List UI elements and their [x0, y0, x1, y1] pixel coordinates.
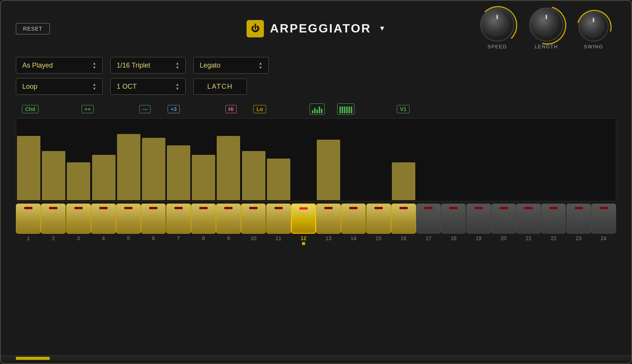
step-btn-6[interactable]	[141, 204, 166, 234]
current-step-dot	[302, 242, 305, 245]
controls-area: As Played ▲▼ 1/16 Triplet ▲▼ Legato ▲▼ L…	[1, 53, 631, 99]
tag-cell-chd: Chd	[16, 102, 45, 116]
vel-bar-cell-22[interactable]	[541, 118, 566, 201]
step-btn-8[interactable]	[191, 204, 216, 234]
power-icon: ⏻	[251, 24, 259, 34]
power-button[interactable]: ⏻	[247, 20, 264, 37]
vel-bar-cell-10[interactable]	[241, 118, 266, 201]
reset-button[interactable]: RESET	[16, 23, 50, 34]
vel-bar-cell-4[interactable]	[91, 118, 116, 201]
step-num-cell-5: 5	[116, 235, 141, 245]
vel-bar-cell-9[interactable]	[216, 118, 241, 201]
vel-bar-cell-16[interactable]	[391, 118, 416, 201]
step-btn-2[interactable]	[41, 204, 66, 234]
step-num-21: 21	[526, 235, 532, 241]
bottom-thumb[interactable]	[16, 357, 50, 360]
step-btn-17[interactable]	[416, 204, 441, 234]
step-cell-10	[241, 204, 266, 234]
vel-bar-cell-24[interactable]	[591, 118, 616, 201]
step-num-5: 5	[127, 235, 130, 241]
articulation-selector[interactable]: Legato ▲▼	[193, 57, 269, 74]
step-btn-5[interactable]	[116, 204, 141, 234]
step-btn-12[interactable]	[291, 204, 316, 234]
step-btn-13[interactable]	[316, 204, 341, 234]
step-btn-22[interactable]	[541, 204, 566, 234]
velocity-area	[16, 118, 616, 201]
step-btn-23[interactable]	[566, 204, 591, 234]
tag-cell-empty-6	[188, 102, 217, 116]
knob-speed[interactable]	[480, 8, 514, 42]
vel-bar-cell-20[interactable]	[491, 118, 516, 201]
step-num-19: 19	[476, 235, 482, 241]
step-btn-1[interactable]	[16, 204, 41, 234]
tag-lo[interactable]: Lo	[253, 105, 266, 113]
vel-bar-cell-7[interactable]	[166, 118, 191, 201]
tag-barchart[interactable]	[310, 103, 325, 115]
step-btn-16[interactable]	[391, 204, 416, 234]
step-num-3: 3	[77, 235, 80, 241]
step-cell-5	[116, 204, 141, 234]
vel-bar-cell-3[interactable]	[66, 118, 91, 201]
vel-bar-cell-13[interactable]	[316, 118, 341, 201]
vel-bar-cell-8[interactable]	[191, 118, 216, 201]
tag-pp[interactable]: ++	[82, 105, 94, 113]
step-num-cell-14: 14	[341, 235, 366, 245]
mode-value: Loop	[22, 83, 37, 91]
bar-chart-icon	[312, 105, 322, 113]
mode-selector[interactable]: Loop ▲▼	[16, 78, 103, 95]
title-dropdown-arrow[interactable]: ▼	[379, 25, 385, 32]
step-btn-9[interactable]	[216, 204, 241, 234]
step-num-cell-16: 16	[391, 235, 416, 245]
vel-bar-cell-6[interactable]	[141, 118, 166, 201]
octave-selector[interactable]: 1 OCT ▲▼	[110, 78, 186, 95]
vel-bar-cell-1[interactable]	[16, 118, 41, 201]
vel-bar-cell-21[interactable]	[516, 118, 541, 201]
step-btn-19[interactable]	[466, 204, 491, 234]
main-container: RESET ⏻ ARPEGGIATOR ▼ SPEED	[0, 0, 632, 364]
vel-bar-cell-15[interactable]	[366, 118, 391, 201]
step-btn-7[interactable]	[166, 204, 191, 234]
vel-bar-cell-5[interactable]	[116, 118, 141, 201]
vel-bar-cell-12[interactable]	[291, 118, 316, 201]
vel-bar-cell-14[interactable]	[341, 118, 366, 201]
tag-hi[interactable]: Hi	[225, 105, 237, 113]
tag-cell-plus3: +3	[159, 102, 188, 116]
step-num-16: 16	[401, 235, 407, 241]
step-num-23: 23	[576, 235, 582, 241]
tag-lines[interactable]	[337, 103, 355, 115]
tag-plus3[interactable]: +3	[168, 105, 180, 113]
tag-row: Chd ++ --- +3 Hi Lo	[16, 102, 616, 116]
vel-bar-cell-2[interactable]	[41, 118, 66, 201]
step-num-cell-13: 13	[316, 235, 341, 245]
step-cell-4	[91, 204, 116, 234]
knobs-area: SPEED LENGTH SWING	[480, 8, 616, 49]
step-btn-10[interactable]	[241, 204, 266, 234]
step-num-17: 17	[425, 235, 432, 241]
mode-arrows: ▲▼	[92, 82, 96, 91]
step-btn-24[interactable]	[591, 204, 616, 234]
speed-selector[interactable]: 1/16 Triplet ▲▼	[110, 57, 186, 74]
vel-bar-cell-23[interactable]	[566, 118, 591, 201]
tag-chd[interactable]: Chd	[22, 105, 38, 113]
step-btn-4[interactable]	[91, 204, 116, 234]
step-btn-21[interactable]	[516, 204, 541, 234]
vel-bar-cell-11[interactable]	[266, 118, 291, 201]
vel-bar-cell-17[interactable]	[416, 118, 441, 201]
pattern-selector[interactable]: As Played ▲▼	[16, 57, 103, 74]
step-cell-2	[41, 204, 66, 234]
step-btn-20[interactable]	[491, 204, 516, 234]
knob-swing[interactable]	[578, 11, 609, 42]
step-btn-15[interactable]	[366, 204, 391, 234]
latch-button[interactable]: LATCH	[193, 79, 247, 95]
step-btn-11[interactable]	[266, 204, 291, 234]
tag-v1[interactable]: V1	[397, 105, 409, 113]
step-btn-18[interactable]	[441, 204, 466, 234]
vel-bar-cell-18[interactable]	[441, 118, 466, 201]
vel-bar-cell-19[interactable]	[466, 118, 491, 201]
step-btn-3[interactable]	[66, 204, 91, 234]
knob-length[interactable]	[529, 8, 563, 42]
step-cell-17	[416, 204, 441, 234]
step-btn-14[interactable]	[341, 204, 366, 234]
tag-dash[interactable]: ---	[139, 105, 151, 113]
controls-row-2: Loop ▲▼ 1 OCT ▲▼ LATCH	[16, 78, 269, 95]
